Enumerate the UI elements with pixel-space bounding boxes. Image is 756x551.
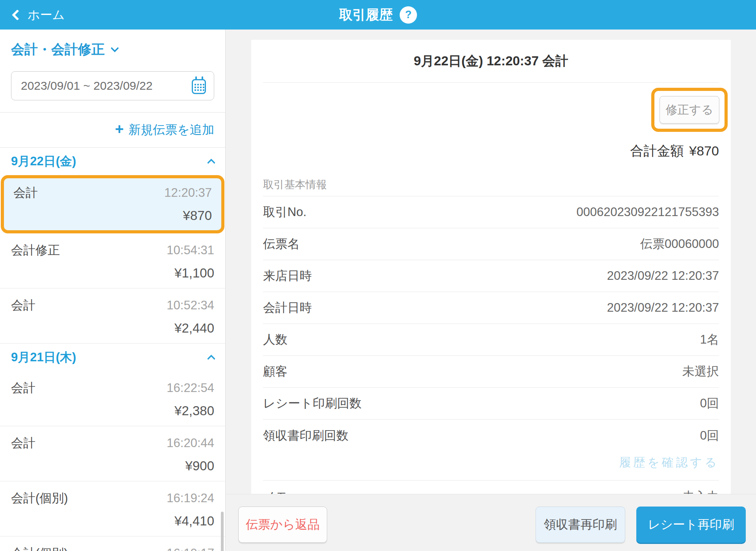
edit-button-highlight: 修正する — [651, 88, 728, 132]
transaction-list-item[interactable]: 会計修正 10:54:31 ¥1,100 — [0, 233, 225, 288]
plus-icon: + — [115, 122, 124, 137]
reprint-invoice-button[interactable]: 領収書再印刷 — [536, 507, 625, 543]
basic-info-table: 取引No. 000620230922121755393 伝票名 伝票000600… — [263, 196, 719, 494]
transaction-list-item[interactable]: 会計 16:20:44 ¥900 — [0, 426, 225, 481]
sidebar-scrollbar[interactable] — [221, 512, 224, 551]
transaction-type-filter[interactable]: 会計・会計修正 — [11, 41, 214, 59]
detail-row-party-size: 人数 1名 — [263, 324, 719, 356]
chevron-down-icon — [111, 44, 119, 52]
transaction-list-item-selected[interactable]: 会計 12:20:37 ¥870 — [1, 175, 224, 233]
date-section-header[interactable]: 9月21日(木) — [0, 344, 225, 371]
transaction-list-item[interactable]: 会計(個別) 16:19:17 — [0, 536, 225, 551]
check-history-link[interactable]: 履歴を確認する — [263, 455, 719, 471]
app-header: ホーム 取引履歴 ? — [0, 0, 756, 30]
footer-right-buttons: 領収書再印刷 レシート再印刷 — [536, 507, 746, 543]
basic-info-section-label: 取引基本情報 — [263, 178, 719, 192]
total-amount-row: 合計金額¥870 — [263, 142, 719, 160]
detail-row-slip-name: 伝票名 伝票00060000 — [263, 228, 719, 260]
transaction-detail-pane: 9月22日(金) 12:20:37 会計 修正する 合計金額¥870 取引基本情… — [226, 30, 756, 551]
detail-row-visit-datetime: 来店日時 2023/09/22 12:20:37 — [263, 260, 719, 292]
sidebar-filter-area: 会計・会計修正 2023/09/01 ~ 2023/09/22 — [0, 30, 225, 113]
calendar-icon — [192, 79, 206, 94]
transaction-detail-card: 9月22日(金) 12:20:37 会計 修正する 合計金額¥870 取引基本情… — [251, 40, 731, 494]
return-from-slip-button[interactable]: 伝票から返品 — [238, 507, 327, 543]
detail-row-transaction-no: 取引No. 000620230922121755393 — [263, 196, 719, 228]
header-title-group: 取引履歴 ? — [0, 0, 756, 30]
transaction-history-screen: ホーム 取引履歴 ? 会計・会計修正 2023/09/01 ~ 2023/09/… — [0, 0, 756, 551]
total-amount-label: 合計金額 — [630, 143, 684, 158]
transaction-list-item[interactable]: 会計 10:52:34 ¥2,440 — [0, 288, 225, 344]
detail-title: 9月22日(金) 12:20:37 会計 — [414, 52, 568, 70]
filter-label: 会計・会計修正 — [11, 41, 105, 59]
total-amount-value: ¥870 — [689, 143, 719, 158]
reprint-receipt-button[interactable]: レシート再印刷 — [636, 507, 746, 543]
edit-button[interactable]: 修正する — [660, 96, 719, 124]
add-new-slip-label: 新規伝票を追加 — [128, 122, 214, 138]
transaction-list-item[interactable]: 会計 16:22:54 ¥2,380 — [0, 371, 225, 426]
detail-row-invoice-print-count: 領収書印刷回数 0回 履歴を確認する — [263, 420, 719, 481]
help-icon[interactable]: ? — [400, 6, 417, 24]
date-section-header[interactable]: 9月22日(金) — [0, 148, 225, 175]
page-title: 取引履歴 — [339, 6, 393, 24]
edit-button-area: 修正する — [263, 88, 728, 132]
detail-row-customer: 顧客 未選択 — [263, 356, 719, 388]
detail-title-row: 9月22日(金) 12:20:37 会計 — [263, 40, 719, 83]
chevron-up-icon — [207, 354, 215, 362]
chevron-up-icon — [207, 158, 215, 166]
date-range-value: 2023/09/01 ~ 2023/09/22 — [21, 79, 152, 92]
detail-row-receipt-print-count: レシート印刷回数 0回 — [263, 388, 719, 420]
detail-row-checkout-datetime: 会計日時 2023/09/22 12:20:37 — [263, 292, 719, 324]
detail-row-memo: メモ 未入力 — [263, 481, 719, 494]
transaction-list-item[interactable]: 会計(個別) 16:19:24 ¥4,410 — [0, 481, 225, 536]
add-new-slip-button[interactable]: + 新規伝票を追加 — [0, 113, 225, 148]
date-range-input[interactable]: 2023/09/01 ~ 2023/09/22 — [11, 71, 214, 100]
footer-action-bar: 伝票から返品 領収書再印刷 レシート再印刷 — [226, 494, 756, 551]
transaction-list-sidebar: 会計・会計修正 2023/09/01 ~ 2023/09/22 + 新規伝票を追… — [0, 30, 226, 551]
